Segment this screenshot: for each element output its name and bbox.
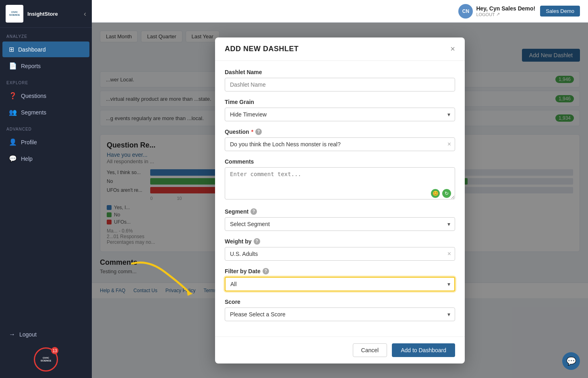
reports-icon: 📄 (9, 62, 17, 70)
modal-title: ADD NEW DASHLET (225, 45, 299, 53)
topbar-user: CN Hey, Cyn Sales Demo! LOGOUT ↗ (458, 4, 535, 19)
app-name: InsightStore (27, 11, 58, 17)
weight-by-clear-button[interactable]: × (447, 250, 451, 258)
question-group: Question * ? × (225, 129, 455, 151)
time-grain-select[interactable]: Hide Timeview Daily Weekly Monthly Yearl… (225, 108, 455, 121)
textarea-icons: 😊 ↻ (431, 189, 451, 198)
avatar: CN (458, 4, 473, 19)
arrow-annotation (124, 255, 205, 305)
content-area: Last Month Last Quarter Last Year Add Ne… (92, 23, 588, 378)
profile-icon: 👤 (9, 138, 17, 146)
sidebar: CIVIC SCIENCE InsightStore ‹ ANALYZE ⊞ D… (0, 0, 92, 378)
modal-footer: Cancel Add to Dashboard (215, 336, 465, 363)
question-help-icon: ? (255, 129, 262, 135)
sales-demo-button[interactable]: Sales Demo (540, 6, 580, 17)
filter-by-date-group: Filter by Date ? All Last Month Last Qua… (225, 268, 455, 291)
topbar-username: Hey, Cyn Sales Demo! (476, 5, 535, 12)
logout-icon: → (9, 331, 15, 338)
segment-label: Segment ? (225, 208, 455, 215)
weight-by-group: Weight by ? × (225, 238, 455, 261)
emoji-icon[interactable]: 😊 (431, 189, 440, 198)
cancel-button[interactable]: Cancel (353, 343, 387, 357)
add-to-dashboard-button[interactable]: Add to Dashboard (392, 343, 455, 357)
questions-icon: ❓ (9, 92, 17, 100)
filter-by-date-label: Filter by Date ? (225, 268, 455, 274)
sidebar-label-dashboard: Dashboard (18, 46, 46, 53)
dashlet-name-input[interactable] (225, 78, 455, 91)
required-star: * (251, 129, 253, 135)
modal-close-button[interactable]: × (450, 45, 455, 53)
sidebar-item-dashboard[interactable]: ⊞ Dashboard (2, 42, 89, 57)
svg-marker-0 (186, 290, 193, 296)
modal-body: Dashlet Name Time Grain Hide Timeview Da (215, 61, 465, 336)
time-grain-label: Time Grain (225, 99, 455, 105)
question-input[interactable] (225, 137, 455, 151)
sidebar-item-questions[interactable]: ❓ Questions (2, 88, 89, 104)
refresh-icon[interactable]: ↻ (442, 189, 451, 198)
weight-by-input[interactable] (225, 247, 455, 261)
score-label: Score (225, 299, 455, 305)
filter-by-date-help-icon: ? (263, 268, 269, 274)
segment-help-icon: ? (251, 208, 257, 215)
chat-button[interactable]: 💬 (562, 352, 580, 370)
main-content: CN Hey, Cyn Sales Demo! LOGOUT ↗ Sales D… (92, 0, 588, 378)
cs-notification-count: 13 (51, 347, 58, 354)
filter-by-date-select[interactable]: All Last Month Last Quarter Last Year (225, 277, 455, 291)
sidebar-item-reports[interactable]: 📄 Reports (2, 58, 89, 74)
question-input-wrap: × (225, 137, 455, 151)
sidebar-item-segments[interactable]: 👥 Segments (2, 104, 89, 120)
segment-select[interactable]: Select Segment (225, 217, 455, 231)
weight-by-help-icon: ? (254, 238, 260, 245)
advanced-section-label: ADVANCED (0, 120, 92, 134)
segment-group: Segment ? Select Segment (225, 208, 455, 231)
score-select-wrap: Please Select a Score (225, 307, 455, 321)
score-select[interactable]: Please Select a Score (225, 307, 455, 321)
sidebar-header: CIVIC SCIENCE InsightStore ‹ (0, 0, 92, 28)
civic-science-badge[interactable]: CIVICSCIENCE 13 (34, 347, 58, 372)
modal-overlay[interactable]: ADD NEW DASHLET × Dashlet Name (92, 23, 588, 378)
explore-section-label: EXPLORE (0, 74, 92, 87)
sidebar-label-reports: Reports (21, 63, 41, 69)
sidebar-label-profile: Profile (21, 139, 37, 145)
cs-badge-text: CIVICSCIENCE (41, 357, 52, 362)
time-grain-group: Time Grain Hide Timeview Daily Weekly Mo… (225, 99, 455, 121)
sidebar-item-profile[interactable]: 👤 Profile (2, 134, 89, 150)
comments-group: Comments 😊 ↻ (225, 158, 455, 201)
weight-by-label: Weight by ? (225, 238, 455, 245)
logo-box: CIVIC SCIENCE (6, 5, 23, 23)
sidebar-item-logout[interactable]: → Logout (2, 327, 89, 342)
analyze-section-label: ANALYZE (0, 28, 92, 41)
sidebar-label-logout: Logout (19, 331, 37, 338)
topbar: CN Hey, Cyn Sales Demo! LOGOUT ↗ Sales D… (92, 0, 588, 23)
modal-header: ADD NEW DASHLET × (215, 37, 465, 61)
sidebar-label-questions: Questions (21, 93, 46, 99)
comments-textarea-wrap: 😊 ↻ (225, 167, 455, 201)
sidebar-label-segments: Segments (21, 109, 46, 116)
segments-icon: 👥 (9, 108, 17, 116)
weight-by-wrap: × (225, 247, 455, 261)
filter-by-date-select-wrap: All Last Month Last Quarter Last Year (225, 277, 455, 291)
modal: ADD NEW DASHLET × Dashlet Name (215, 37, 465, 363)
arrow-svg (124, 255, 205, 304)
sidebar-label-help: Help (21, 156, 33, 162)
sidebar-item-help[interactable]: 💬 Help (2, 151, 89, 166)
comments-textarea[interactable] (225, 167, 455, 199)
score-group: Score Please Select a Score (225, 299, 455, 321)
dashlet-name-group: Dashlet Name (225, 69, 455, 91)
help-icon: 💬 (9, 155, 17, 162)
question-label: Question * ? (225, 129, 455, 135)
time-grain-select-wrap: Hide Timeview Daily Weekly Monthly Yearl… (225, 108, 455, 121)
question-clear-button[interactable]: × (447, 141, 451, 148)
topbar-logout[interactable]: LOGOUT ↗ (476, 12, 535, 17)
dashboard-icon: ⊞ (9, 46, 14, 53)
sidebar-collapse-button[interactable]: ‹ (84, 10, 86, 18)
dashlet-name-label: Dashlet Name (225, 69, 455, 75)
comments-label: Comments (225, 158, 455, 165)
segment-select-wrap: Select Segment (225, 217, 455, 231)
